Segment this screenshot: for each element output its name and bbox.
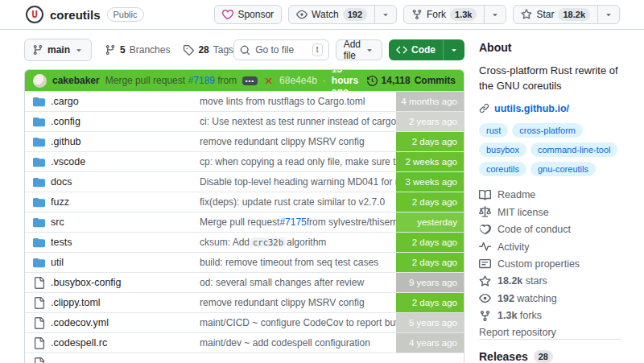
ellipsis-icon[interactable]: ••• (242, 76, 258, 85)
sidebar-meta-code-of-conduct[interactable]: Code of conduct (479, 221, 621, 237)
code-button[interactable]: Code (389, 39, 443, 60)
fork-dropdown[interactable] (484, 6, 506, 23)
topic-pill[interactable]: coreutils (479, 162, 526, 176)
pull-request-link[interactable]: #7175 (279, 217, 306, 228)
commit-message-cell: fix(deps): update rust crate similar to … (190, 192, 396, 212)
code-dropdown[interactable] (443, 39, 464, 60)
commit-message-cell: move lints from rustflags to Cargo.toml (190, 92, 396, 111)
commit-age-cell[interactable]: 2 days ago (396, 132, 464, 151)
commit-message-text: move lints from rustflags to Cargo.toml (200, 96, 365, 107)
star-count: 18.2k (558, 8, 590, 21)
table-row (25, 353, 464, 363)
topic-pill[interactable]: rust (479, 123, 508, 138)
watch-dropdown[interactable] (374, 6, 396, 23)
file-name-link[interactable]: .busybox-config (51, 277, 122, 288)
file-name-link[interactable]: .clippy.toml (51, 297, 101, 308)
commit-age-cell[interactable]: 2 years ago (396, 112, 464, 131)
sidebar-meta-mit-license[interactable]: MIT license (479, 204, 621, 221)
fork-button[interactable]: Fork 1.3k (404, 6, 484, 23)
website-link[interactable]: uutils.github.io/ (479, 103, 621, 114)
commit-author-avatar[interactable] (33, 74, 47, 88)
file-name-link[interactable]: util (51, 257, 64, 268)
sponsor-label: Sponsor (237, 9, 274, 20)
commit-message-text: maint/CICD ~ configure CodeCov to report… (200, 317, 396, 328)
sidebar-meta-forks[interactable]: 1.3k forks (479, 307, 621, 324)
sidebar-meta-watching[interactable]: 192 watching (479, 290, 621, 307)
pull-request-link[interactable]: #7189 (188, 75, 214, 86)
code-label: Code (411, 44, 436, 56)
file-name-link[interactable]: .github (51, 136, 81, 147)
folder-icon (33, 196, 45, 208)
x-icon[interactable] (263, 76, 274, 86)
commit-message-cell: Merge pull request #7175 from sylvestre/… (190, 212, 396, 232)
commit-age-cell[interactable]: 2 days ago (396, 253, 464, 272)
star-button[interactable]: Star 18.2k (514, 6, 597, 23)
go-to-file-input[interactable]: Go to file t (233, 39, 329, 60)
folder-icon (33, 136, 45, 148)
meta-label: MIT license (497, 207, 549, 218)
file-name-link[interactable]: .config (51, 116, 80, 127)
file-name-link[interactable]: .vscode (51, 156, 85, 167)
file-name-cell (25, 353, 190, 363)
star-dropdown[interactable] (597, 6, 619, 23)
file-name-link[interactable]: tests (51, 237, 72, 248)
commit-message-text: Merge pull request (200, 217, 279, 228)
releases-heading: Releases 28 (479, 350, 621, 363)
commit-age-cell[interactable]: yesterday (396, 212, 464, 232)
sidebar-meta-readme[interactable]: Readme (479, 187, 621, 204)
topic-pill[interactable]: cross-platform (512, 123, 583, 138)
table-row: .busybox-configod: several small changes… (25, 272, 464, 292)
commit-age-cell[interactable]: 9 years ago (396, 273, 464, 292)
file-name-link[interactable]: docs (51, 176, 72, 188)
topic-pill[interactable]: busybox (479, 142, 526, 157)
commit-sha[interactable]: 68e4e4b (279, 75, 317, 86)
add-file-button[interactable]: Add file (336, 39, 382, 60)
topic-pill[interactable]: command-line-tool (530, 142, 617, 157)
commit-message-text: build: remove timeout from seq test case… (200, 257, 378, 268)
watch-button[interactable]: Watch 192 (289, 6, 374, 23)
report-repository-link[interactable]: Report repository (479, 327, 556, 338)
commit-message-text: Merge pull request (105, 75, 188, 86)
meta-label: Code of conduct (497, 224, 571, 235)
fork-button-group: Fork 1.3k (403, 5, 506, 24)
file-name-link[interactable]: src (51, 217, 64, 228)
commit-age-cell[interactable]: 3 weeks ago (396, 172, 464, 192)
commit-age-cell[interactable]: 4 years ago (396, 333, 464, 353)
fork-count: 1.3k (450, 8, 477, 21)
watch-count: 192 (343, 8, 367, 21)
sidebar-meta-stars[interactable]: 18.2k stars (479, 273, 621, 290)
commit-age-cell[interactable]: 5 years ago (396, 313, 464, 332)
file-name-link[interactable]: .cargo (51, 96, 79, 107)
commit-age-cell[interactable]: 2 days ago (396, 293, 464, 312)
file-icon (33, 297, 45, 309)
file-name-cell: .config (25, 112, 190, 131)
repo-name-link[interactable]: coreutils (50, 8, 101, 22)
commit-message-text: fix(deps): update rust crate similar to … (200, 196, 385, 208)
file-name-link[interactable]: fuzz (51, 196, 69, 208)
file-name-link[interactable]: .codespell.rc (51, 337, 107, 349)
branch-tag-links: 5 Branches 28 Tags (105, 44, 233, 56)
commit-age-cell[interactable]: 4 months ago (396, 92, 464, 111)
repo-avatar[interactable]: U (26, 6, 43, 23)
commit-author[interactable]: cakebaker (52, 75, 100, 86)
repo-description: Cross-platform Rust rewrite of the GNU c… (479, 64, 621, 94)
meta-label: Custom properties (497, 258, 580, 270)
tags-link[interactable]: 28 Tags (183, 44, 233, 56)
commit-age-cell[interactable]: 2 days ago (396, 192, 464, 212)
sponsor-button[interactable]: Sponsor (214, 5, 282, 24)
branches-link[interactable]: 5 Branches (105, 44, 170, 56)
chevron-down-icon (604, 10, 613, 19)
commit-history-link[interactable]: 14,118 Commits (367, 75, 456, 86)
sidebar-meta-activity[interactable]: Activity (479, 238, 621, 255)
repo-title: U coreutils Public (26, 6, 144, 23)
commit-age-cell[interactable]: 2 weeks ago (396, 152, 464, 171)
topic-pill[interactable]: gnu-coreutils (530, 162, 596, 176)
commit-age-cell[interactable]: 2 days ago (396, 233, 464, 252)
commit-message-text: ci: Use nextest as test runner instead o… (200, 116, 396, 127)
sidebar-meta-custom-properties[interactable]: Custom properties (479, 255, 621, 272)
branch-icon (105, 44, 116, 56)
file-name-link[interactable]: .codecov.yml (51, 317, 109, 328)
commits-count: 14,118 (382, 75, 411, 86)
topics-list: rustcross-platformbusyboxcommand-line-to… (479, 123, 621, 176)
branch-selector[interactable]: main (24, 39, 92, 61)
